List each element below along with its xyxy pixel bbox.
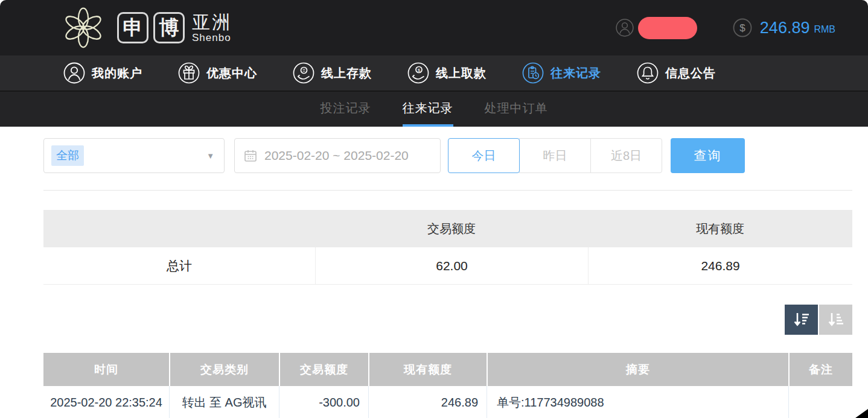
nav-item-promotions[interactable]: 优惠中心 bbox=[177, 62, 257, 84]
nav-item-label: 优惠中心 bbox=[206, 65, 257, 81]
sort-ascending-icon bbox=[826, 310, 846, 329]
nav-item-my-account[interactable]: 我的账户 bbox=[63, 62, 142, 84]
top-header: 申 博 亚洲 Shenbo $ bbox=[0, 0, 868, 55]
filter-bar: 全部 ▼ 2025-02-20 ~ 2025-02-20 今日 昨日 近8日 查 bbox=[43, 138, 852, 173]
logo-char-box-2: 博 bbox=[153, 12, 185, 43]
nav-item-label: 往来记录 bbox=[550, 65, 601, 81]
chevron-down-icon: ▼ bbox=[206, 151, 214, 160]
records-header-time: 时间 bbox=[43, 353, 169, 386]
page: 申 博 亚洲 Shenbo $ bbox=[0, 0, 868, 418]
nav-item-announcements[interactable]: 信息公告 bbox=[636, 62, 716, 84]
balance-amount: 246.89 bbox=[760, 19, 810, 37]
records-table: 时间 交易类别 交易额度 现有额度 摘要 备注 2025-02-20 22:35… bbox=[43, 353, 852, 418]
logo-char-2: 博 bbox=[159, 14, 179, 42]
svg-text:$: $ bbox=[739, 22, 745, 34]
table-row: 2025-02-20 22:35:24 转出 至 AG视讯 -300.00 24… bbox=[43, 386, 852, 418]
bell-icon bbox=[636, 62, 659, 84]
user-icon bbox=[63, 62, 86, 84]
record-tabs: 投注记录 往来记录 处理中订单 bbox=[0, 92, 868, 127]
main-content: 全部 ▼ 2025-02-20 ~ 2025-02-20 今日 昨日 近8日 查 bbox=[43, 138, 852, 418]
quick-range-group: 今日 昨日 近8日 bbox=[448, 138, 662, 173]
logo-char-1: 申 bbox=[123, 14, 143, 42]
svg-text:$: $ bbox=[418, 68, 421, 73]
nav-item-withdraw[interactable]: $ 线上取款 bbox=[407, 62, 487, 84]
transaction-records-icon bbox=[522, 62, 544, 84]
summary-header-current-balance: 现有额度 bbox=[588, 221, 852, 237]
nav-item-label: 我的账户 bbox=[92, 65, 142, 81]
tab-processing-orders[interactable]: 处理中订单 bbox=[485, 92, 548, 127]
records-header-type: 交易类别 bbox=[169, 353, 279, 386]
record-current-balance: 246.89 bbox=[368, 386, 487, 418]
nav-item-label: 线上取款 bbox=[436, 65, 487, 81]
search-button[interactable]: 查询 bbox=[671, 138, 745, 173]
record-remark bbox=[788, 386, 852, 418]
nav-item-transaction-records[interactable]: 往来记录 bbox=[522, 62, 601, 84]
header-account-area: $ 246.89 RMB bbox=[615, 17, 868, 39]
quick-range-yesterday-button[interactable]: 昨日 bbox=[519, 138, 591, 173]
logo-char-box-1: 申 bbox=[117, 12, 148, 43]
records-header-summary: 摘要 bbox=[487, 353, 788, 386]
quick-range-last8days-button[interactable]: 近8日 bbox=[590, 138, 662, 173]
username-redacted-pill[interactable] bbox=[638, 17, 697, 39]
flower-pinwheel-icon bbox=[60, 5, 106, 51]
record-summary: 单号:117734989088 bbox=[487, 386, 788, 418]
summary-total-row: 总计 62.00 246.89 bbox=[43, 247, 852, 285]
withdraw-dollar-hand-icon: $ bbox=[407, 62, 430, 84]
sort-controls bbox=[43, 305, 852, 335]
record-type: 转出 至 AG视讯 bbox=[169, 386, 279, 418]
logo-subtitle: Shenbo bbox=[192, 33, 232, 43]
logo-region: 亚洲 Shenbo bbox=[192, 13, 232, 43]
user-circle-icon[interactable] bbox=[615, 18, 634, 37]
record-transaction-amount: -300.00 bbox=[279, 386, 368, 418]
sort-descending-button[interactable] bbox=[785, 305, 818, 335]
deposit-coin-hand-icon bbox=[292, 62, 315, 84]
summary-table: 交易额度 现有额度 总计 62.00 246.89 bbox=[43, 210, 852, 285]
corner-resize-triangle bbox=[855, 409, 868, 418]
dollar-coin-icon: $ bbox=[732, 17, 753, 38]
calendar-icon bbox=[243, 148, 258, 163]
type-select-value: 全部 bbox=[51, 145, 84, 166]
nav-item-deposit[interactable]: 线上存款 bbox=[292, 62, 372, 84]
records-header-remark: 备注 bbox=[788, 353, 852, 386]
summary-total-label: 总计 bbox=[43, 247, 315, 284]
summary-total-current-balance: 246.89 bbox=[588, 247, 852, 284]
logo-region-text: 亚洲 bbox=[192, 13, 232, 31]
date-range-value: 2025-02-20 ~ 2025-02-20 bbox=[264, 148, 409, 163]
summary-table-header: 交易额度 现有额度 bbox=[43, 210, 852, 247]
summary-total-transaction-amount: 62.00 bbox=[315, 247, 588, 284]
quick-range-today-button[interactable]: 今日 bbox=[448, 138, 520, 173]
records-table-header: 时间 交易类别 交易额度 现有额度 摘要 备注 bbox=[43, 353, 852, 386]
main-nav: 我的账户 优惠中心 bbox=[0, 55, 868, 92]
tab-transaction-records[interactable]: 往来记录 bbox=[403, 92, 453, 127]
date-range-input[interactable]: 2025-02-20 ~ 2025-02-20 bbox=[234, 138, 441, 173]
record-time: 2025-02-20 22:35:24 bbox=[43, 386, 169, 418]
summary-header-transaction-amount: 交易额度 bbox=[315, 221, 588, 237]
type-select[interactable]: 全部 ▼ bbox=[43, 138, 225, 173]
tab-betting-records[interactable]: 投注记录 bbox=[321, 92, 371, 127]
records-header-current-balance: 现有额度 bbox=[368, 353, 487, 386]
gift-icon bbox=[177, 62, 200, 84]
nav-item-label: 线上存款 bbox=[321, 65, 372, 81]
records-header-transaction-amount: 交易额度 bbox=[279, 353, 368, 386]
brand-logo[interactable]: 申 博 亚洲 Shenbo bbox=[60, 5, 232, 51]
section-divider bbox=[43, 190, 852, 191]
nav-item-label: 信息公告 bbox=[665, 65, 716, 81]
balance-currency: RMB bbox=[814, 24, 835, 35]
sort-ascending-button[interactable] bbox=[819, 305, 852, 335]
sort-descending-icon bbox=[792, 310, 811, 329]
